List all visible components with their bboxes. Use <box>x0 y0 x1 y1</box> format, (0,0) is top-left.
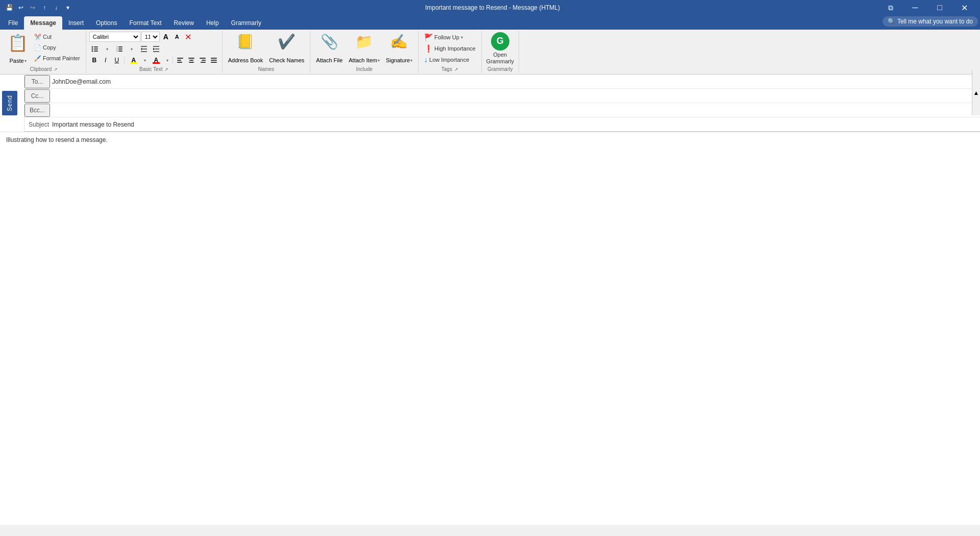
svg-rect-22 <box>189 60 193 61</box>
more-button[interactable]: ▾ <box>63 3 73 13</box>
minimize-button[interactable]: ─ <box>903 0 927 15</box>
address-book-button[interactable]: 📒 Address Book <box>226 32 265 65</box>
italic-button[interactable]: I <box>101 55 111 65</box>
restore-down-button[interactable]: ⧉ <box>879 0 902 15</box>
high-importance-icon: ❗ <box>424 44 433 53</box>
paste-button[interactable]: 📋 Paste ▾ <box>5 32 31 65</box>
clear-formatting-button[interactable]: ✕ <box>183 32 193 42</box>
tab-options[interactable]: Options <box>90 16 123 30</box>
font-color-button[interactable]: A <box>149 55 163 65</box>
bullet-list-button[interactable] <box>89 44 101 54</box>
align-center-button[interactable] <box>186 55 197 65</box>
cc-label-button[interactable]: Cc... <box>24 89 50 103</box>
down-button[interactable]: ↓ <box>51 3 61 13</box>
highlight-color-button[interactable]: A <box>127 55 141 65</box>
divider <box>124 57 125 64</box>
tell-me-button[interactable]: 🔍 Tell me what you want to do <box>883 16 978 27</box>
high-importance-button[interactable]: ❗ High Importance <box>422 43 478 54</box>
svg-rect-24 <box>200 58 206 59</box>
bcc-field[interactable] <box>50 105 980 116</box>
low-importance-icon: ↓ <box>424 56 428 64</box>
email-compose: Send To... Cc... Bcc... Subject Importan <box>0 75 980 525</box>
svg-point-4 <box>91 51 93 52</box>
bold-button[interactable]: B <box>89 55 100 65</box>
shrink-font-button[interactable]: A <box>172 32 182 42</box>
svg-rect-23 <box>189 62 194 63</box>
save-button[interactable]: 💾 <box>4 3 14 13</box>
tab-file[interactable]: File <box>2 16 24 30</box>
highlight-dropdown[interactable]: ▾ <box>142 55 148 65</box>
justify-button[interactable] <box>209 55 219 65</box>
numbered-list-dropdown[interactable]: ▾ <box>126 44 137 54</box>
font-family-select[interactable]: Calibri <box>89 32 140 42</box>
include-group: 📎 Attach File 📁 Attach Item ▾ ✍️ Signatu… <box>310 31 419 73</box>
signature-dropdown: ▾ <box>410 58 412 63</box>
svg-rect-18 <box>177 58 183 59</box>
attach-item-button[interactable]: 📁 Attach Item ▾ <box>346 32 382 65</box>
svg-rect-11 <box>118 51 122 52</box>
paste-icon: 📋 <box>8 33 28 53</box>
align-right-button[interactable] <box>198 55 208 65</box>
svg-rect-20 <box>177 62 182 63</box>
font-size-select[interactable]: 11 <box>141 32 160 42</box>
maximize-button[interactable]: □ <box>928 0 951 15</box>
increase-indent-button[interactable] <box>151 44 162 54</box>
email-body[interactable]: Illustrating how to resend a message. <box>0 132 980 525</box>
underline-button[interactable]: U <box>112 55 122 65</box>
undo-button[interactable]: ↩ <box>16 3 26 13</box>
align-left-button[interactable] <box>175 55 185 65</box>
check-names-button[interactable]: ✔️ Check Names <box>266 32 307 65</box>
svg-rect-25 <box>202 60 206 61</box>
cut-icon: ✂️ <box>34 34 41 40</box>
tab-help[interactable]: Help <box>200 16 225 30</box>
close-button[interactable]: ✕ <box>952 0 976 15</box>
copy-icon: 📄 <box>34 44 41 51</box>
grammarly-group: G Open Grammarly Grammarly <box>482 31 519 73</box>
svg-point-2 <box>91 48 93 50</box>
email-header: Send To... Cc... Bcc... Subject Importan <box>0 75 980 132</box>
title-bar: 💾 ↩ ↪ ↑ ↓ ▾ Important message to Resend … <box>0 0 980 15</box>
signature-button[interactable]: ✍️ Signature ▾ <box>383 32 415 65</box>
format-painter-button[interactable]: 🖌️ Format Painter <box>32 53 83 63</box>
to-label-button[interactable]: To... <box>24 75 50 88</box>
clipboard-expand-icon[interactable]: ↗ <box>54 67 58 72</box>
bullet-list-dropdown[interactable]: ▾ <box>102 44 113 54</box>
tab-message[interactable]: Message <box>24 16 62 30</box>
body-text: Illustrating how to resend a message. <box>6 136 108 143</box>
attach-file-icon: 📎 <box>321 33 338 50</box>
tab-grammarly[interactable]: Grammarly <box>225 16 267 30</box>
bcc-label-button[interactable]: Bcc... <box>24 104 50 117</box>
divider2 <box>173 57 173 64</box>
cut-button[interactable]: ✂️ Cut <box>32 32 83 42</box>
attach-file-button[interactable]: 📎 Attach File <box>313 32 345 65</box>
up-button[interactable]: ↑ <box>39 3 50 13</box>
cc-field[interactable] <box>50 90 980 102</box>
cc-row: Cc... <box>24 89 980 103</box>
numbered-list-button[interactable]: 1.2.3. <box>114 44 125 54</box>
low-importance-button[interactable]: ↓ Low Importance <box>422 55 478 65</box>
window-controls: ⧉ ─ □ ✕ <box>879 0 976 15</box>
ribbon: 📋 Paste ▾ ✂️ Cut 📄 Copy 🖌️ Format Painte <box>0 30 980 75</box>
check-names-icon: ✔️ <box>278 33 296 50</box>
open-grammarly-button[interactable]: G Open Grammarly <box>485 32 516 65</box>
font-row: Calibri 11 A A ✕ <box>89 32 193 42</box>
font-color-dropdown[interactable]: ▾ <box>164 55 170 65</box>
ribbon-scroll-button[interactable]: ▲ <box>972 70 980 115</box>
tab-format-text[interactable]: Format Text <box>123 16 167 30</box>
copy-button[interactable]: 📄 Copy <box>32 42 83 53</box>
tab-review[interactable]: Review <box>168 16 200 30</box>
tab-insert[interactable]: Insert <box>62 16 90 30</box>
list-row: ▾ 1.2.3. ▾ <box>89 44 162 54</box>
redo-button[interactable]: ↪ <box>28 3 38 13</box>
follow-up-button[interactable]: 🚩 Follow Up ▾ <box>422 32 478 42</box>
svg-rect-7 <box>118 46 122 47</box>
basic-text-expand-icon[interactable]: ↗ <box>164 67 168 72</box>
attach-item-icon: 📁 <box>355 33 373 50</box>
to-field[interactable] <box>50 76 980 87</box>
svg-rect-5 <box>94 51 98 52</box>
tags-expand-icon[interactable]: ↗ <box>454 67 458 72</box>
grow-font-button[interactable]: A <box>161 32 171 42</box>
send-button[interactable]: Send <box>2 91 17 115</box>
decrease-indent-button[interactable] <box>138 44 150 54</box>
tags-group: 🚩 Follow Up ▾ ❗ High Importance ↓ Low Im… <box>419 31 482 73</box>
